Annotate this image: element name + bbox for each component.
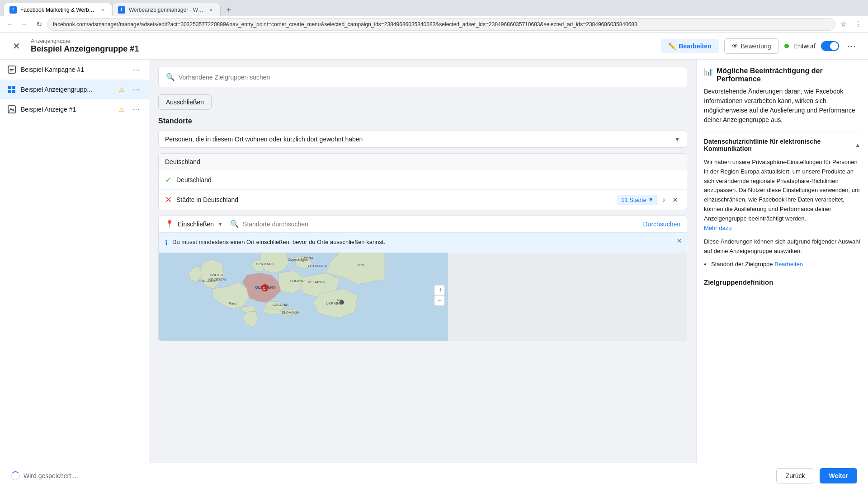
panel-body-text: Bevorstehende Änderungen daran, wie Face… [704, 87, 861, 125]
einschliessen-section: 📍 Einschließen ▼ 🔍 Durchsuchen ℹ Du muss… [158, 216, 687, 341]
campaign-more[interactable]: ⋯ [131, 64, 142, 75]
svg-rect-2 [12, 86, 15, 89]
bearbeiten-label: Bearbeiten [679, 42, 711, 50]
svg-text:CZECHIA: CZECHIA [273, 303, 289, 307]
datenschutz-text: Wir haben unsere Privatsphäre-Einstellun… [704, 158, 861, 224]
exclude-icon-cities: ✕ [165, 195, 172, 205]
cities-count: 11 Städte [621, 197, 646, 203]
search-icon-small: 🔍 [230, 220, 239, 228]
svg-text:SLOVAKIA: SLOVAKIA [282, 310, 300, 314]
svg-text:LITHUANIA: LITHUANIA [308, 264, 327, 268]
zuruck-button[interactable]: Zurück [776, 468, 815, 483]
performance-icon: 📊 [704, 67, 713, 76]
sidebar-item-campaign[interactable]: Beispiel Kampagne #1 ⋯ [0, 60, 149, 80]
adset-warning-icon: ⚠ [117, 85, 126, 94]
more-options-button[interactable]: ⋯ [844, 39, 859, 53]
close-button[interactable]: ✕ [9, 39, 24, 53]
svg-text:GERM: GERM [255, 285, 267, 290]
weiter-button[interactable]: Weiter [820, 468, 857, 483]
search-input[interactable] [179, 74, 679, 81]
ad-more[interactable]: ⋯ [131, 104, 142, 115]
back-button[interactable]: ← [4, 18, 16, 31]
browser-chrome: f Facebook Marketing & Werbe... × f Werb… [0, 0, 868, 33]
settings-button[interactable]: ⋮ [852, 18, 864, 31]
einschliessen-label: Einschließen [178, 221, 214, 228]
address-bar[interactable]: facebook.com/adsmanager/manage/adsets/ed… [47, 18, 835, 31]
tab-1[interactable]: f Facebook Marketing & Werbe... × [4, 3, 112, 16]
changes-text: Diese Änderungen können sich aufgrund fo… [704, 237, 861, 256]
info-text: Du musst mindestens einen Ort einschließ… [172, 238, 680, 246]
header-subtitle: Anzeigengruppe [31, 38, 139, 44]
left-sidebar: Beispiel Kampagne #1 ⋯ Beispiel Anzeigen… [0, 60, 149, 463]
location-box: Deutschland ✓ Deutschland ✕ Städte in De… [158, 153, 687, 210]
app-layout: f Facebook Marketing & Werbe... × f Werb… [0, 0, 868, 488]
tab-close-1[interactable]: × [99, 6, 106, 14]
adset-label: Beispiel Anzeigengrupp... [21, 86, 113, 93]
cities-row-close[interactable]: ✕ [670, 194, 680, 205]
location-type-dropdown[interactable]: Personen, die in diesem Ort wohnen oder … [158, 131, 687, 148]
dropdown-text: Personen, die in diesem Ort wohnen oder … [165, 136, 363, 143]
status-toggle[interactable] [821, 41, 839, 51]
panel-title: 📊 Mögliche Beeinträchtigung der Performa… [704, 67, 861, 83]
location-row-germany: ✓ Deutschland [159, 170, 687, 190]
map-container: D [159, 253, 687, 341]
chevron-up-icon: ▲ [854, 141, 861, 149]
reload-button[interactable]: ↻ [33, 18, 45, 31]
svg-rect-1 [8, 86, 11, 89]
ad-warning-icon: ⚠ [117, 105, 126, 114]
info-close-button[interactable]: ✕ [677, 237, 682, 244]
svg-text:+: + [439, 286, 442, 293]
einschliessen-dropdown-icon: ▼ [217, 221, 223, 227]
datenschutz-title: Datenschutzrichtlinie für elektronische … [704, 138, 854, 152]
bookmark-button[interactable]: ☆ [837, 18, 850, 31]
nav-bar: ← → ↻ facebook.com/adsmanager/manage/ads… [0, 16, 868, 33]
bottom-actions: Zurück Weiter [776, 468, 857, 483]
ausschliessen-button[interactable]: Ausschließen [158, 94, 212, 110]
location-row-cities: ✕ Städte in Deutschland 11 Städte ▼ › ✕ [159, 190, 687, 210]
datenschutz-body: Wir haben unsere Privatsphäre-Einstellun… [704, 158, 861, 269]
edit-link[interactable]: Bearbeiten [774, 261, 803, 267]
bewertung-label: Bewertung [741, 42, 771, 50]
forward-button[interactable]: → [18, 18, 31, 31]
campaign-icon [7, 65, 16, 74]
url-text: facebook.com/adsmanager/manage/adsets/ed… [53, 21, 637, 28]
tab-title-1: Facebook Marketing & Werbe... [20, 7, 95, 13]
sidebar-item-ad[interactable]: Beispiel Anzeige #1 ⚠ ⋯ [0, 99, 149, 119]
nav-actions: ☆ ⋮ [837, 18, 864, 31]
datenschutz-section: Datenschutzrichtlinie für elektronische … [704, 132, 861, 269]
svg-text:Kyiv: Kyiv [337, 299, 344, 302]
location-header: Deutschland [159, 154, 687, 170]
ziel-title: Zielgruppendefinition [704, 271, 861, 290]
cities-row-chevron[interactable]: › [663, 196, 665, 204]
bewertung-button[interactable]: 👁 Bewertung [724, 38, 779, 54]
status-dot [784, 44, 789, 48]
saving-text: Wird gespeichert ... [24, 472, 78, 479]
svg-text:UKRAINE: UKRAINE [326, 301, 342, 305]
tab-2[interactable]: f Werbeanzeigenmanager - Wer... × [112, 3, 221, 16]
bearbeiten-button[interactable]: ✏️ Bearbeiten [661, 39, 718, 53]
einschliessen-row: 📍 Einschließen ▼ 🔍 Durchsuchen [159, 216, 687, 232]
location-search-input[interactable] [243, 221, 639, 228]
tab-close-2[interactable]: × [208, 6, 215, 14]
new-tab-button[interactable]: + [222, 4, 235, 16]
tab-bar: f Facebook Marketing & Werbe... × f Werb… [0, 0, 868, 16]
germany-label: Deutschland [176, 176, 680, 183]
info-icon: ℹ [165, 239, 168, 247]
app-area: Beispiel Kampagne #1 ⋯ Beispiel Anzeigen… [0, 60, 868, 463]
datenschutz-header[interactable]: Datenschutzrichtlinie für elektronische … [704, 132, 861, 158]
ad-label: Beispiel Anzeige #1 [21, 106, 113, 113]
pencil-icon: ✏️ [668, 42, 676, 50]
cities-badge[interactable]: 11 Städte ▼ [617, 195, 658, 205]
bullet-text: Standort der Zielgruppe [711, 261, 773, 267]
sidebar-item-adset[interactable]: Beispiel Anzeigengrupp... ⚠ ⋯ [0, 80, 149, 99]
bottom-bar: Wird gespeichert ... Zurück Weiter [0, 463, 868, 488]
svg-text:DENMARK: DENMARK [256, 262, 274, 266]
svg-rect-3 [8, 90, 11, 93]
include-icon-germany: ✓ [165, 175, 172, 185]
mehr-link[interactable]: Mehr dazu [704, 225, 731, 231]
info-banner: ℹ Du musst mindestens einen Ort einschli… [159, 232, 687, 253]
adset-more[interactable]: ⋯ [131, 84, 142, 95]
durchsuchen-button[interactable]: Durchsuchen [643, 221, 681, 228]
header-title: Beispiel Anzeigengruppe #1 [31, 44, 139, 54]
status-text: Entwurf [794, 42, 816, 50]
